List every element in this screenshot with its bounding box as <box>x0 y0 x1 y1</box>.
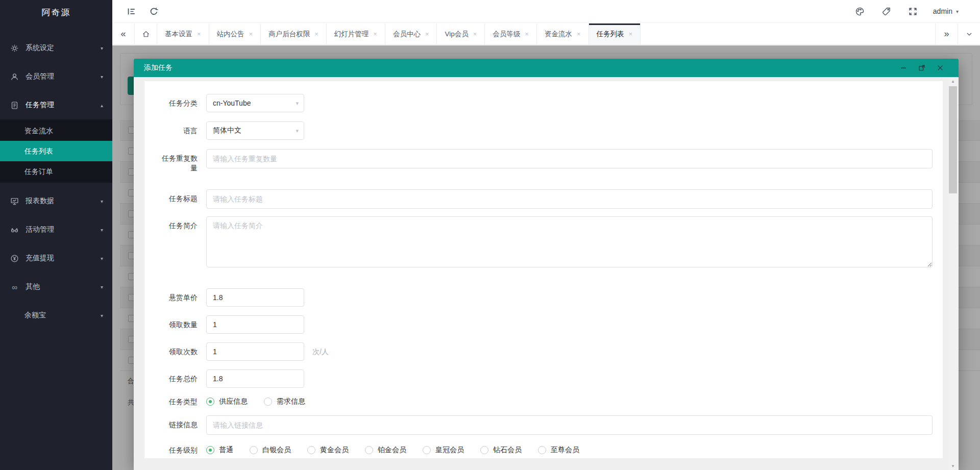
sidebar-item-yuebao[interactable]: 余额宝 ▾ <box>0 305 112 326</box>
form-row-link-info: 链接信息 <box>159 415 938 435</box>
close-icon[interactable] <box>935 63 945 73</box>
chevron-down-icon: ▾ <box>101 227 103 233</box>
sidebar-item-other[interactable]: ∞ 其他 ▾ <box>0 277 112 297</box>
radio-demand-info[interactable]: 需求信息 <box>264 397 305 406</box>
field-label: 任务简介 <box>159 216 198 269</box>
tab-vip-member[interactable]: Vip会员 × <box>437 23 485 44</box>
sidebar-item-member-management[interactable]: 会员管理 ▾ <box>0 66 112 87</box>
home-tab-button[interactable] <box>135 23 157 44</box>
sidebar-item-fund-flow[interactable]: 资金流水 <box>0 120 112 141</box>
field-label: 悬赏单价 <box>159 288 198 307</box>
field-label: 任务总价 <box>159 369 198 388</box>
topbar-right-icons: admin ▾ <box>853 5 980 18</box>
radio-icon <box>423 446 431 454</box>
tag-icon[interactable] <box>880 5 893 18</box>
scrollbar-thumb[interactable] <box>949 86 957 193</box>
radio-level-supreme[interactable]: 至尊会员 <box>538 446 579 455</box>
language-select[interactable]: 简体中文 ▾ <box>206 121 304 140</box>
tab-merchant-permissions[interactable]: 商户后台权限 × <box>261 23 327 44</box>
sidebar-item-label: 会员管理 <box>26 72 54 81</box>
tabbar-right-controls: » <box>935 23 980 44</box>
radio-icon <box>206 446 214 454</box>
close-icon[interactable]: × <box>525 30 529 38</box>
form-row-repeat-count: 任务重复数量 <box>159 149 938 173</box>
close-icon[interactable]: × <box>249 30 253 38</box>
field-label: 任务类型 <box>159 397 198 407</box>
close-icon[interactable]: × <box>425 30 429 38</box>
tab-task-list[interactable]: 任务列表 × <box>589 23 641 44</box>
claim-times-input[interactable] <box>206 342 304 361</box>
user-menu[interactable]: admin ▾ <box>933 7 959 15</box>
radio-level-platinum[interactable]: 铂金会员 <box>365 446 406 455</box>
modal-scrollbar[interactable]: ▲ ▼ <box>948 77 958 470</box>
form-row-task-level: 任务级别 普通 白银会员 黄金会员 <box>159 445 938 455</box>
tasks-icon <box>10 101 19 110</box>
fullscreen-icon[interactable] <box>906 5 920 18</box>
form-row-unit-price: 悬赏单价 <box>159 288 938 307</box>
form-row-task-intro: 任务简介 <box>159 216 938 269</box>
radio-level-diamond[interactable]: 钻石会员 <box>480 446 522 455</box>
refresh-icon[interactable] <box>147 5 160 18</box>
scroll-down-icon[interactable]: ▼ <box>948 462 958 470</box>
tab-member-level[interactable]: 会员等级 × <box>485 23 537 44</box>
theme-palette-icon[interactable] <box>853 5 867 18</box>
collapse-sidebar-icon[interactable] <box>125 5 138 18</box>
radio-level-normal[interactable]: 普通 <box>206 446 233 455</box>
tabs-menu-button[interactable] <box>958 23 980 44</box>
tab-fund-flow[interactable]: 资金流水 × <box>537 23 589 44</box>
app-logo: 阿奇源 <box>0 0 112 24</box>
tab-label: 商户后台权限 <box>268 30 310 39</box>
category-select[interactable]: cn-YouTube ▾ <box>206 94 304 112</box>
tab-site-announcement[interactable]: 站内公告 × <box>209 23 261 44</box>
sidebar-item-report-data[interactable]: 报表数据 ▾ <box>0 191 112 211</box>
close-icon[interactable]: × <box>473 30 477 38</box>
task-intro-textarea[interactable] <box>206 216 933 267</box>
activity-icon <box>10 226 19 234</box>
tab-basic-settings[interactable]: 基本设置 × <box>157 23 209 44</box>
task-title-input[interactable] <box>206 189 933 209</box>
sidebar-item-label: 余额宝 <box>24 311 46 320</box>
sidebar-item-activity-management[interactable]: 活动管理 ▾ <box>0 219 112 240</box>
tabs-forward-button[interactable]: » <box>935 23 958 44</box>
field-label: 任务重复数量 <box>159 149 198 173</box>
close-icon[interactable]: × <box>197 30 201 38</box>
form-row-task-title: 任务标题 <box>159 189 938 209</box>
chevron-down-icon: ▾ <box>101 45 103 51</box>
close-icon[interactable]: × <box>577 30 581 38</box>
sidebar-item-system-settings[interactable]: 系统设定 ▾ <box>0 38 112 58</box>
radio-level-silver[interactable]: 白银会员 <box>250 446 291 455</box>
unit-price-input[interactable] <box>206 288 304 307</box>
radio-level-crown[interactable]: 皇冠会员 <box>423 446 464 455</box>
maximize-icon[interactable] <box>917 63 927 73</box>
username: admin <box>933 7 952 15</box>
sidebar-item-task-orders[interactable]: 任务订单 <box>0 161 112 182</box>
form-row-claim-times: 领取次数 次/人 <box>159 342 938 361</box>
infinity-icon: ∞ <box>10 283 19 291</box>
close-icon[interactable]: × <box>629 30 633 38</box>
chevron-down-icon: ▾ <box>101 199 103 204</box>
sidebar-item-task-management[interactable]: 任务管理 ▴ <box>0 95 112 115</box>
topbar: admin ▾ <box>112 0 980 23</box>
minimize-icon[interactable] <box>898 63 909 73</box>
repeat-count-input[interactable] <box>206 149 933 168</box>
sidebar-item-recharge-withdraw[interactable]: 充值提现 ▾ <box>0 248 112 268</box>
scroll-up-icon[interactable]: ▲ <box>948 77 958 85</box>
close-icon[interactable]: × <box>314 30 318 38</box>
radio-level-gold[interactable]: 黄金会员 <box>307 446 349 455</box>
claim-qty-input[interactable] <box>206 315 304 334</box>
link-info-input[interactable] <box>206 415 933 435</box>
total-price-input[interactable] <box>206 369 304 388</box>
radio-supply-info[interactable]: 供应信息 <box>206 397 248 406</box>
tab-slideshow-management[interactable]: 幻灯片管理 × <box>327 23 385 44</box>
radio-icon <box>538 446 546 454</box>
sidebar-item-task-list[interactable]: 任务列表 <box>0 141 112 161</box>
radio-icon <box>250 446 258 454</box>
tab-label: 任务列表 <box>597 30 624 39</box>
tab-member-center[interactable]: 会员中心 × <box>385 23 437 44</box>
modal-title: 添加任务 <box>144 63 173 72</box>
modal-header[interactable]: 添加任务 <box>134 59 959 77</box>
chevron-down-icon: ▾ <box>101 256 103 261</box>
tabs-back-button[interactable]: « <box>112 23 135 44</box>
close-icon[interactable]: × <box>373 30 377 38</box>
chevron-down-icon: ▾ <box>101 313 103 318</box>
